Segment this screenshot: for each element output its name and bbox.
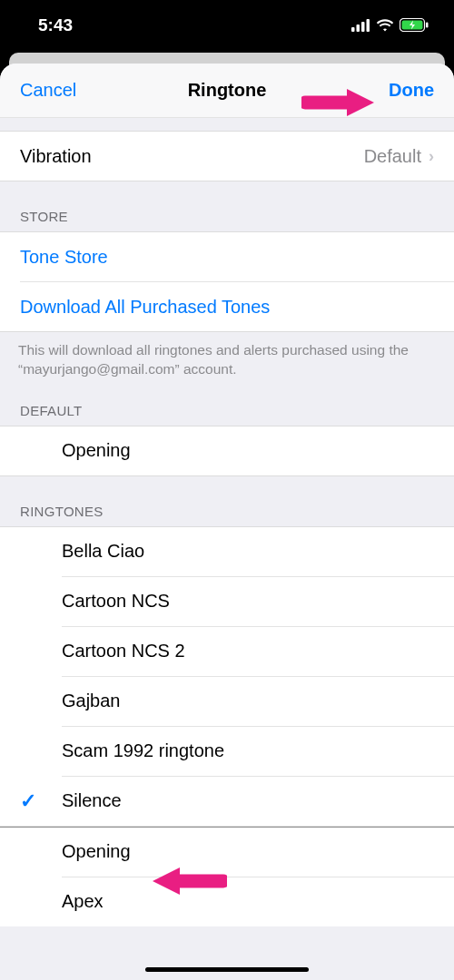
- wifi-icon: [376, 19, 394, 32]
- ringtone-row[interactable]: Cartoon NCS 2: [0, 627, 454, 676]
- default-tone-label: Opening: [62, 440, 131, 461]
- status-bar: 5:43: [0, 0, 454, 50]
- content: Vibration Default › STORE Tone Store Dow…: [0, 118, 454, 926]
- svg-rect-3: [367, 19, 370, 32]
- cellular-icon: [351, 19, 370, 32]
- annotation-arrow-done: [301, 87, 374, 118]
- check-slot: ✓: [20, 789, 62, 813]
- default-tone-row[interactable]: Opening: [0, 426, 454, 475]
- home-indicator: [145, 967, 309, 973]
- svg-rect-2: [361, 22, 365, 32]
- checkmark-icon: ✓: [20, 789, 36, 813]
- ringtone-row[interactable]: Apex: [0, 877, 454, 926]
- ringtone-row[interactable]: Scam 1992 ringtone: [0, 727, 454, 776]
- ringtone-row[interactable]: ✓Silence: [0, 777, 454, 826]
- svg-rect-0: [351, 27, 355, 32]
- svg-rect-1: [357, 24, 360, 32]
- store-section-footer: This will download all ringtones and ale…: [0, 332, 454, 387]
- svg-marker-8: [347, 89, 374, 116]
- vibration-row[interactable]: Vibration Default ›: [0, 132, 454, 181]
- page-title: Ringtone: [188, 80, 267, 101]
- store-group: Tone Store Download All Purchased Tones: [0, 231, 454, 332]
- cancel-button[interactable]: Cancel: [20, 80, 76, 101]
- default-group: Opening: [0, 426, 454, 476]
- ringtone-label: Bella Ciao: [62, 541, 144, 562]
- ringtone-sheet: Cancel Ringtone Done Vibration Default ›…: [0, 64, 454, 980]
- status-time: 5:43: [38, 15, 73, 35]
- ringtones-group: Bella CiaoCartoon NCSCartoon NCS 2Gajban…: [0, 526, 454, 827]
- status-icons: [351, 18, 429, 32]
- ringtone-label: Opening: [62, 841, 131, 862]
- ringtones-section-header: RINGTONES: [0, 476, 454, 526]
- done-button[interactable]: Done: [389, 80, 434, 101]
- svg-marker-10: [153, 867, 180, 895]
- ringtone-label: Gajban: [62, 691, 121, 711]
- annotation-arrow-silence: [151, 866, 227, 897]
- battery-charging-icon: [400, 18, 429, 32]
- ringtone-row[interactable]: Cartoon NCS: [0, 577, 454, 626]
- tone-store-row[interactable]: Tone Store: [0, 232, 454, 281]
- ringtone-label: Scam 1992 ringtone: [62, 740, 224, 761]
- ringtone-label: Silence: [62, 790, 122, 811]
- vibration-group: Vibration Default ›: [0, 131, 454, 181]
- download-all-row[interactable]: Download All Purchased Tones: [0, 282, 454, 331]
- ringtone-row[interactable]: Opening: [0, 828, 454, 877]
- vibration-value: Default ›: [364, 146, 434, 167]
- default-section-header: DEFAULT: [0, 387, 454, 426]
- chevron-right-icon: ›: [429, 147, 434, 166]
- ringtone-label: Cartoon NCS 2: [62, 641, 185, 662]
- svg-rect-6: [426, 23, 429, 28]
- nav-bar: Cancel Ringtone Done: [0, 64, 454, 118]
- ringtone-row[interactable]: Bella Ciao: [0, 527, 454, 576]
- more-tones-group: OpeningApex: [0, 827, 454, 926]
- ringtone-label: Cartoon NCS: [62, 591, 170, 612]
- ringtone-label: Apex: [62, 891, 104, 912]
- vibration-label: Vibration: [20, 146, 92, 167]
- store-section-header: STORE: [0, 181, 454, 231]
- ringtone-row[interactable]: Gajban: [0, 677, 454, 726]
